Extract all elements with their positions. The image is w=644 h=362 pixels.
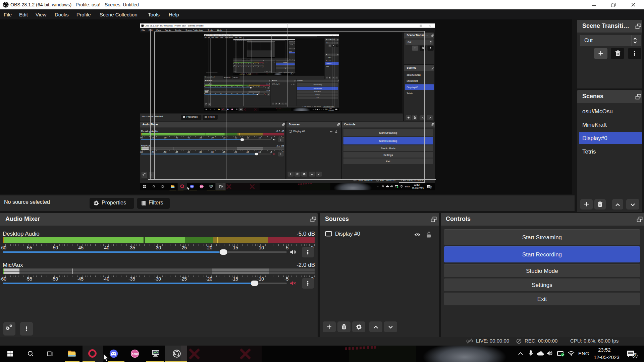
svg-text:osu!: osu! [200,185,203,187]
svg-text:osu!: osu! [132,352,138,356]
svg-text:2: 2 [430,186,431,188]
svg-text:2: 2 [294,74,294,74]
svg-text:2: 2 [634,354,636,358]
svg-text:osu!: osu! [231,109,233,109]
